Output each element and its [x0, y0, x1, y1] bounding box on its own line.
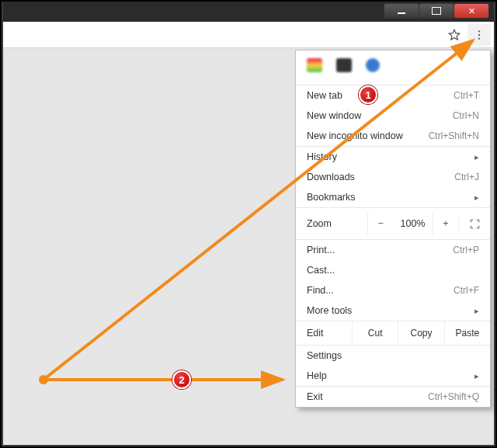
paste-button[interactable]: Paste: [444, 321, 490, 345]
menu-item-downloads[interactable]: DownloadsCtrl+J: [296, 167, 490, 187]
window-controls: [384, 3, 489, 19]
bookmark-star-icon[interactable]: [444, 25, 464, 45]
annotation-origin-dot: [39, 375, 48, 384]
menu-item-exit[interactable]: ExitCtrl+Shift+Q: [296, 387, 490, 407]
menu-item-more-tools[interactable]: More tools: [296, 300, 490, 321]
zoom-out-button[interactable]: −: [367, 213, 393, 234]
menu-item-help[interactable]: Help: [296, 366, 490, 386]
close-button[interactable]: [454, 3, 489, 19]
browser-window: New tabCtrl+T New windowCtrl+N New incog…: [2, 2, 495, 446]
chrome-menu-button[interactable]: [467, 24, 491, 46]
zoom-in-button[interactable]: +: [433, 213, 458, 234]
cut-button[interactable]: Cut: [352, 321, 398, 345]
svg-point-1: [478, 33, 480, 35]
menu-item-edit: Edit Cut Copy Paste: [296, 321, 490, 346]
svg-point-2: [478, 37, 480, 39]
menu-item-zoom: Zoom − 100% +: [296, 208, 490, 239]
zoom-label: Zoom: [307, 218, 367, 229]
menu-item-history[interactable]: History: [296, 147, 490, 167]
maximize-button[interactable]: [419, 3, 454, 19]
fullscreen-icon: [469, 218, 481, 230]
menu-item-cast[interactable]: Cast...: [296, 260, 490, 280]
menu-item-print[interactable]: Print...Ctrl+P: [296, 240, 490, 260]
toolbar: [3, 22, 494, 48]
svg-point-0: [478, 30, 480, 32]
step-badge-2: 2: [172, 370, 191, 389]
minimize-button[interactable]: [384, 3, 419, 19]
menu-item-new-tab[interactable]: New tabCtrl+T: [296, 85, 490, 106]
profile-icon: [307, 58, 322, 72]
titlebar: [3, 2, 494, 22]
menu-item-new-window[interactable]: New windowCtrl+N: [296, 106, 490, 126]
edit-label: Edit: [296, 321, 352, 345]
menu-item-bookmarks[interactable]: Bookmarks: [296, 187, 490, 207]
profile-icon: [366, 58, 380, 72]
profile-row: [296, 50, 490, 75]
three-dots-icon: [473, 29, 485, 41]
menu-item-settings[interactable]: Settings: [296, 346, 490, 366]
menu-item-find[interactable]: Find...Ctrl+F: [296, 280, 490, 300]
copy-button[interactable]: Copy: [398, 321, 443, 345]
fullscreen-button[interactable]: [458, 218, 490, 230]
zoom-level: 100%: [393, 218, 433, 229]
chrome-menu-popup: New tabCtrl+T New windowCtrl+N New incog…: [295, 50, 491, 408]
step-badge-1: 1: [359, 85, 377, 104]
menu-item-new-incognito[interactable]: New incognito windowCtrl+Shift+N: [296, 126, 490, 146]
profile-icon: [336, 58, 352, 72]
